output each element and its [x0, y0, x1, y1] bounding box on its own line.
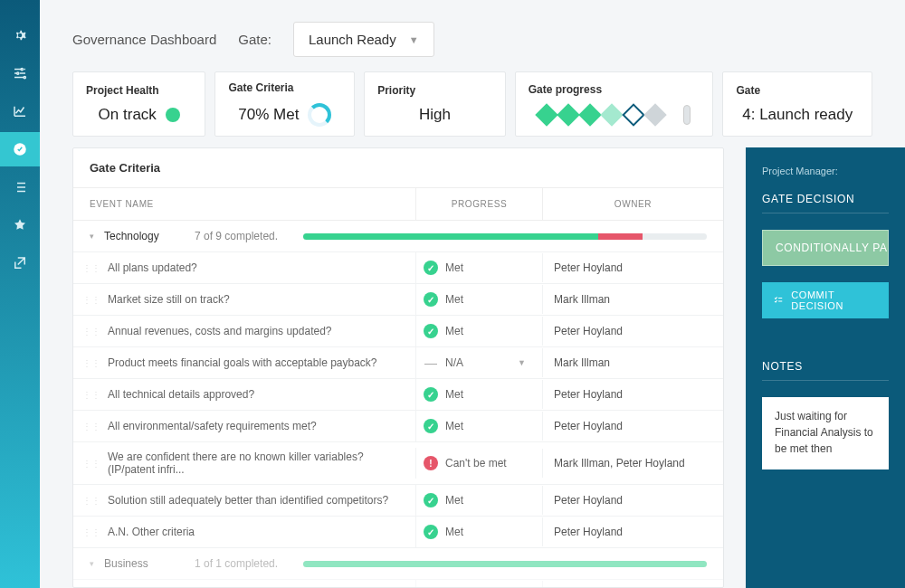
owner-cell: Mark Illman, Peter Hoyland [542, 449, 723, 478]
gear-icon [12, 27, 28, 43]
progress-ring-icon [308, 103, 331, 127]
progress-label: Met [445, 293, 463, 306]
drag-handle-icon[interactable]: ⋮⋮ [82, 327, 95, 337]
table-header: EVENT NAME PROGRESS OWNER [73, 187, 723, 221]
notes-title: NOTES [762, 360, 889, 381]
drag-handle-icon[interactable]: ⋮⋮ [82, 496, 95, 506]
drag-handle-icon[interactable]: ⋮⋮ [82, 358, 95, 368]
progress-cell[interactable]: ✓Met [415, 379, 542, 410]
table-row[interactable]: ⋮⋮ We are confident there are no known k… [73, 442, 723, 485]
list-icon [12, 179, 28, 195]
progress-cell[interactable]: ✓Met [415, 411, 542, 441]
table-row[interactable]: ⋮⋮ All technical details approved? ✓Met … [73, 379, 723, 411]
chart-line-icon [12, 103, 28, 119]
drag-handle-icon[interactable]: ⋮⋮ [82, 263, 95, 273]
card-title: Gate [736, 84, 859, 97]
alert-icon: ! [424, 456, 438, 470]
event-name: A.N. Other criteria [95, 517, 415, 546]
owner-cell: Peter Hoyland [542, 412, 723, 441]
progress-cell[interactable]: ✓Met [415, 284, 542, 315]
nav-settings[interactable] [0, 18, 40, 52]
nav-list[interactable] [0, 170, 40, 204]
table-row[interactable]: ⋮⋮ All environmental/safety requirements… [73, 411, 723, 442]
drag-handle-icon[interactable]: ⋮⋮ [82, 390, 95, 400]
drag-handle-icon[interactable]: ⋮⋮ [82, 527, 95, 537]
commit-decision-button[interactable]: COMMIT DECISION [762, 282, 889, 318]
card-gate: Gate 4: Launch ready [722, 71, 872, 137]
progress-cell[interactable]: ✓Met [415, 316, 542, 346]
svg-point-1 [17, 72, 19, 74]
table-row[interactable]: ⋮⋮ Product meets financial goals with ac… [73, 347, 723, 379]
star-icon [12, 217, 28, 233]
chevron-down-icon[interactable]: ▼ [518, 358, 526, 367]
nav-check[interactable] [0, 132, 40, 166]
diamond-outline [622, 103, 644, 126]
progress-label: Met [445, 388, 463, 401]
scroll-hint[interactable] [683, 105, 691, 125]
event-name: Product still meets financial goals with… [95, 581, 415, 588]
check-icon: ✓ [424, 324, 438, 338]
card-gate-criteria: Gate Criteria 70% Met [214, 71, 355, 137]
table-row[interactable]: ⋮⋮ A.N. Other criteria ✓Met Peter Hoylan… [73, 517, 723, 548]
panel-title: Gate Criteria [73, 148, 723, 187]
check-icon: ✓ [424, 493, 438, 507]
diamond-light [600, 103, 623, 126]
progress-label: Met [445, 494, 463, 507]
group-name: Technology [104, 230, 195, 242]
card-title: Priority [377, 84, 492, 97]
table-row[interactable]: ⋮⋮ All plans updated? ✓Met Peter Hoyland [73, 252, 723, 284]
left-nav [0, 0, 40, 588]
nav-star[interactable] [0, 208, 40, 242]
health-value: On track [99, 106, 157, 124]
progress-label: Met [445, 420, 463, 432]
checklist-icon [773, 294, 784, 307]
progress-cell[interactable]: —N/A▼ [415, 347, 542, 378]
progress-cell[interactable]: !Can't be met [415, 448, 542, 479]
progress-label: Met [445, 325, 463, 337]
nav-share[interactable] [0, 246, 40, 280]
progress-label: N/A [445, 356, 463, 369]
progress-cell[interactable]: ✓Met [415, 580, 542, 588]
nav-chart[interactable] [0, 94, 40, 128]
chevron-down-icon: ▼ [409, 34, 419, 45]
gate-label: Gate: [238, 32, 272, 47]
table-row[interactable]: ⋮⋮ Market size still on track? ✓Met Mark… [73, 284, 723, 316]
diamond-grey [643, 103, 666, 126]
drag-handle-icon[interactable]: ⋮⋮ [82, 295, 95, 305]
topbar: Governance Dashboard Gate: Launch Ready … [40, 0, 905, 71]
group-status: 7 of 9 completed. [195, 230, 303, 242]
chevron-down-icon: ▾ [90, 559, 104, 568]
table-body: ▾ Technology 7 of 9 completed. ⋮⋮ All pl… [73, 221, 723, 588]
progress-cell[interactable]: ✓Met [415, 517, 542, 547]
owner-cell: Peter Hoyland [542, 517, 723, 546]
progress-cell[interactable]: ✓Met [415, 252, 542, 283]
group-progress-bar [303, 233, 707, 240]
table-row[interactable]: ⋮⋮ Solution still adequately better than… [73, 485, 723, 517]
progress-cell[interactable]: ✓Met [415, 485, 542, 516]
check-icon: ✓ [424, 419, 438, 433]
conditionally-pass-button[interactable]: CONDITIONALLY PASS [762, 230, 889, 266]
event-name: Product meets financial goals with accep… [95, 348, 415, 377]
group-status: 1 of 1 completed. [195, 557, 303, 570]
right-sidebar: Project Manager: GATE DECISION CONDITION… [746, 147, 905, 588]
drag-handle-icon[interactable]: ⋮⋮ [82, 459, 95, 469]
owner-cell: Mark Illman [542, 581, 723, 588]
svg-point-0 [21, 68, 23, 70]
table-row[interactable]: ⋮⋮ Annual revenues, costs and margins up… [73, 316, 723, 347]
drag-handle-icon[interactable]: ⋮⋮ [82, 422, 95, 432]
diamond-filled [557, 103, 579, 126]
table-row[interactable]: ⋮⋮ Product still meets financial goals w… [73, 580, 723, 588]
nav-sliders[interactable] [0, 56, 40, 90]
col-owner: OWNER [542, 188, 723, 220]
progress-label: Met [445, 261, 463, 274]
group-progress-bar [303, 561, 707, 567]
notes-textarea[interactable]: Just waiting for Financial Analysis to b… [762, 397, 889, 469]
page-title: Governance Dashboard [72, 32, 216, 47]
card-title: Project Health [86, 84, 192, 97]
gate-value: 4: Launch ready [736, 106, 859, 124]
col-progress: PROGRESS [415, 188, 542, 220]
event-name: All plans updated? [95, 253, 415, 282]
group-row[interactable]: ▾ Business 1 of 1 completed. [73, 548, 723, 580]
group-row[interactable]: ▾ Technology 7 of 9 completed. [73, 221, 723, 252]
gate-select[interactable]: Launch Ready ▼ [293, 22, 434, 57]
